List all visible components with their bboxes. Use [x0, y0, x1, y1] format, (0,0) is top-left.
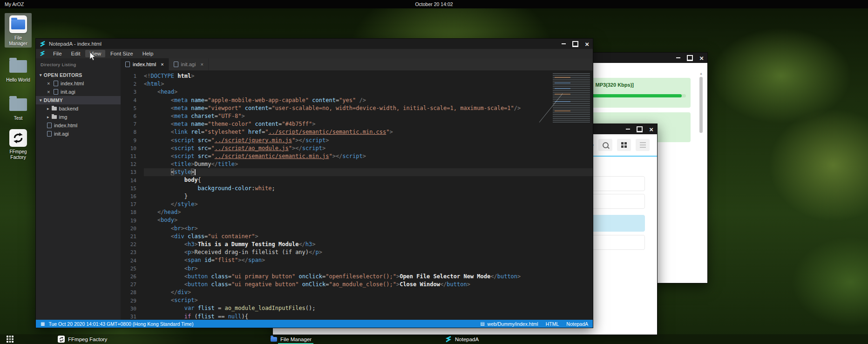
- chevron-right-icon: ▸: [47, 106, 49, 111]
- maximize-icon[interactable]: [637, 126, 643, 132]
- menu-help[interactable]: Help: [138, 50, 158, 57]
- code-line-15[interactable]: background-color:white;: [144, 185, 593, 193]
- code-line-9[interactable]: <script src="../script/jquery.min.js"></…: [144, 137, 593, 144]
- close-icon[interactable]: ×: [585, 41, 589, 48]
- code-line-26[interactable]: <button class="ui primary button" onclic…: [144, 273, 593, 281]
- sidebar-tree: ▾OPEN EDITORS×index.html×init.agi▾DUMMY▸…: [36, 71, 121, 138]
- code-line-24[interactable]: <span id="flist"></span>: [144, 256, 593, 264]
- code-line-22[interactable]: <h3>This is a Dummy Testing Module</h3>: [144, 241, 593, 248]
- code-line-13[interactable]: <style>: [144, 168, 593, 176]
- code-line-28[interactable]: </div>: [144, 289, 593, 296]
- menu-bar: FileEditViewFont SizeHelp: [36, 49, 593, 58]
- tree-item-index.html[interactable]: index.html: [36, 121, 121, 130]
- code-line-21[interactable]: <div class="ui container">: [144, 233, 593, 241]
- ffmpeg-icon: [59, 337, 64, 342]
- close-editor-icon[interactable]: ×: [47, 89, 51, 95]
- tree-item-backend[interactable]: ▸backend: [36, 104, 121, 113]
- code-line-4[interactable]: <meta name="apple-mobile-web-app-capable…: [144, 96, 593, 104]
- code-line-16[interactable]: }: [144, 193, 593, 200]
- list-view-icon: [640, 142, 646, 148]
- folder-icon: [52, 107, 57, 110]
- close-tab-icon[interactable]: ×: [200, 62, 203, 67]
- sidebar: Directory Listing ▾OPEN EDITORS×index.ht…: [36, 58, 121, 320]
- code-line-30[interactable]: var flist = ao_module_loadInputFiles();: [144, 304, 593, 312]
- close-editor-icon[interactable]: ×: [47, 81, 51, 86]
- scroll-thumb[interactable]: [699, 77, 703, 133]
- grid-view-icon: [621, 142, 627, 148]
- aroz-brand[interactable]: My ArOZ: [0, 1, 24, 7]
- folder-icon: [11, 20, 25, 29]
- desktop-icon-file-manager[interactable]: File Manager: [5, 13, 32, 48]
- menu-edit[interactable]: Edit: [67, 50, 85, 57]
- tree-section-open-editors[interactable]: ▾OPEN EDITORS: [36, 71, 121, 79]
- code-line-29[interactable]: <script>: [144, 296, 593, 304]
- sidebar-header: Directory Listing: [36, 58, 121, 71]
- code-line-5[interactable]: <meta name="viewport" content="user-scal…: [144, 104, 593, 112]
- close-icon[interactable]: ×: [699, 55, 704, 62]
- scrollbar[interactable]: ▴: [699, 71, 703, 275]
- minimize-icon[interactable]: [626, 129, 630, 130]
- status-app-name[interactable]: NotepadA: [566, 321, 588, 327]
- code-line-11[interactable]: <script src="../script/semantic/semantic…: [144, 152, 593, 160]
- tree-item-index.html[interactable]: ×index.html: [36, 79, 121, 88]
- code-line-18[interactable]: </head>: [144, 208, 593, 216]
- tree-item-init.agi[interactable]: ×init.agi: [36, 88, 121, 96]
- desktop-icon-hello-world[interactable]: Hello World: [5, 55, 32, 84]
- file-icon: [47, 131, 52, 137]
- code-line-2[interactable]: <html>: [144, 80, 593, 88]
- notepada-logo-icon: [445, 336, 452, 343]
- tree-item-img[interactable]: ▸img: [36, 113, 121, 121]
- tree-section-dummy[interactable]: ▾DUMMY: [36, 96, 121, 104]
- file-icon: ▤: [480, 321, 484, 326]
- line-number-gutter: 1234567891011121314151617181920212223242…: [121, 72, 144, 320]
- notepada-window[interactable]: NotepadA - index.html × FileEditViewFont…: [35, 38, 593, 328]
- desktop-icon-test[interactable]: Test: [5, 93, 32, 122]
- code-line-17[interactable]: </style>: [144, 200, 593, 208]
- code-text[interactable]: <!DOCTYPE html><html> <head> <meta name=…: [144, 72, 593, 320]
- tree-item-init.agi[interactable]: init.agi: [36, 130, 121, 138]
- maximize-icon[interactable]: [572, 41, 578, 47]
- folder-icon: [52, 115, 57, 119]
- code-line-19[interactable]: <body>: [144, 216, 593, 224]
- desktop-icon-label: File Manager: [5, 35, 32, 47]
- code-line-3[interactable]: <head>: [144, 88, 593, 96]
- tab-init.agi[interactable]: init.agi×: [169, 58, 209, 70]
- taskbar-item-file-manager[interactable]: File Manager: [268, 334, 314, 344]
- code-line-20[interactable]: <br><br>: [144, 225, 593, 233]
- code-line-1[interactable]: <!DOCTYPE html>: [144, 72, 593, 80]
- menu-font-size[interactable]: Font Size: [106, 50, 137, 57]
- code-line-7[interactable]: <meta name="theme-color" content="#4b75f…: [144, 120, 593, 128]
- code-line-25[interactable]: <br>: [144, 265, 593, 273]
- folder-icon: [271, 337, 277, 342]
- tab-index.html[interactable]: index.html×: [121, 58, 169, 70]
- scroll-up-icon[interactable]: ▴: [699, 71, 703, 76]
- code-line-14[interactable]: body{: [144, 176, 593, 184]
- status-bar: ▦ Tue Oct 20 2020 14:01:43 GMT+0800 (Hon…: [36, 320, 593, 328]
- ffmpeg-tile-icon: [9, 129, 27, 147]
- code-line-10[interactable]: <script src="../script/ao_module.js"></s…: [144, 144, 593, 152]
- maximize-icon[interactable]: [687, 55, 693, 61]
- taskbar-item-ffmpeg-factory[interactable]: FFmpeg Factory: [55, 334, 110, 344]
- status-language[interactable]: HTML: [546, 321, 559, 327]
- code-line-23[interactable]: <p>Received drag-in filelist (if any)</p…: [144, 248, 593, 256]
- code-line-6[interactable]: <meta charset="UTF-8">: [144, 112, 593, 120]
- code-line-12[interactable]: <title>Dummy</title>: [144, 160, 593, 168]
- minimize-icon[interactable]: [562, 43, 566, 44]
- notepada-titlebar[interactable]: NotepadA - index.html ×: [36, 39, 593, 49]
- menu-file[interactable]: File: [49, 50, 66, 57]
- close-tab-icon[interactable]: ×: [161, 62, 163, 67]
- code-line-27[interactable]: <button class="ui negative button" onCli…: [144, 281, 593, 289]
- taskbar-item-notepada[interactable]: NotepadA: [442, 334, 481, 344]
- code-area[interactable]: 1234567891011121314151617181920212223242…: [121, 70, 593, 320]
- desktop-icon-ffmpeg-factory[interactable]: FFmpeg Factory: [5, 127, 32, 161]
- list-view-button[interactable]: [636, 139, 650, 151]
- apps-grid-icon[interactable]: [7, 336, 14, 343]
- search-button[interactable]: [598, 139, 612, 151]
- desktop-icon-label: Hello World: [5, 77, 32, 83]
- code-line-8[interactable]: <link rel="stylesheet" href="../script/s…: [144, 128, 593, 136]
- status-file-path[interactable]: ▤ web/Dummy/index.html: [480, 321, 538, 327]
- close-icon[interactable]: ×: [649, 126, 653, 133]
- minimize-icon[interactable]: [676, 57, 680, 58]
- code-line-31[interactable]: if (flist == null){: [144, 313, 593, 320]
- grid-view-button[interactable]: [617, 139, 631, 151]
